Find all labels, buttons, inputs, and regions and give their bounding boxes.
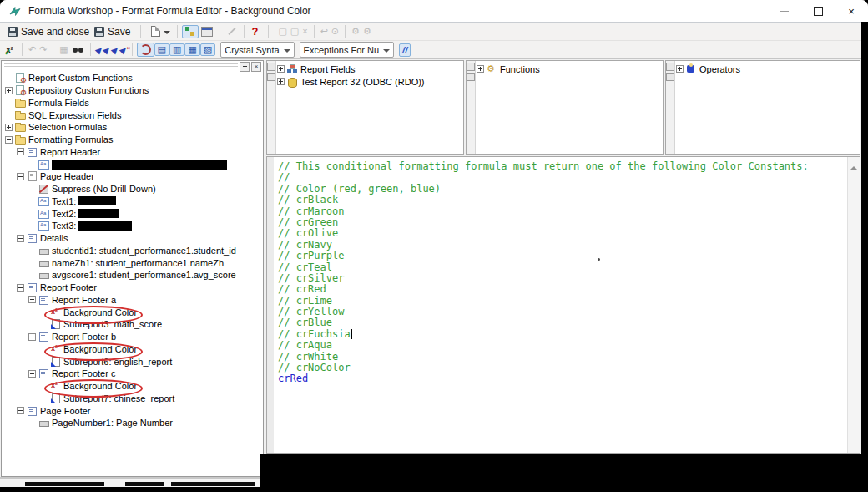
- dropdown-arrow-icon[interactable]: [164, 31, 170, 38]
- show-field-tree-button[interactable]: ▤: [154, 43, 169, 56]
- panel-splitter[interactable]: [267, 61, 276, 154]
- tree-item[interactable]: Background Color: [2, 306, 261, 318]
- panel-tree-item[interactable]: Report Fields: [277, 63, 462, 75]
- tree-item[interactable]: Formula Fields: [2, 97, 261, 109]
- tree-item[interactable]: Report Footer b: [2, 331, 261, 343]
- tree-item[interactable]: PageNumber1: Page Number: [2, 417, 261, 429]
- minus-expander-icon[interactable]: [28, 296, 36, 303]
- minus-expander-icon[interactable]: [17, 284, 24, 292]
- maximize-button[interactable]: [801, 0, 835, 22]
- exceptions-dropdown[interactable]: Exceptions For Nu: [300, 42, 394, 58]
- use-expert-button[interactable]: [225, 26, 240, 37]
- formula-text[interactable]: // This conditional formatting formula m…: [278, 160, 846, 453]
- plus-expander-icon[interactable]: [277, 65, 285, 73]
- find-button[interactable]: [70, 45, 86, 54]
- plus-expander-icon[interactable]: [5, 87, 13, 94]
- minimize-button[interactable]: [768, 0, 801, 22]
- help-button[interactable]: ?: [249, 24, 260, 38]
- tree-item[interactable]: Report Footer: [2, 282, 261, 294]
- tree-item[interactable]: Background Color: [2, 343, 261, 356]
- panel-grip[interactable]: [4, 63, 238, 68]
- tree-item[interactable]: Details: [2, 232, 261, 245]
- panel-tree-item[interactable]: Functions: [477, 63, 661, 75]
- delete-button: ×: [300, 27, 309, 36]
- expand-button[interactable]: [666, 73, 674, 81]
- expand-button[interactable]: [267, 73, 275, 81]
- redaction-bar: [78, 196, 116, 205]
- show-workshop-tree-button[interactable]: ▧: [200, 43, 215, 56]
- title-bar: Formula Workshop - Format Formula Editor…: [0, 0, 868, 23]
- tree-item[interactable]: Page Header: [2, 170, 261, 183]
- minus-expander-icon[interactable]: [17, 148, 24, 155]
- minus-expander-icon[interactable]: [5, 136, 13, 144]
- tree-item[interactable]: Report Custom Functions: [2, 72, 261, 84]
- tree-item[interactable]: Text2:: [2, 207, 261, 220]
- tree-item[interactable]: Background Color: [2, 380, 261, 393]
- expand-button: ⊙: [330, 27, 341, 36]
- formula-expert-button[interactable]: [199, 26, 215, 38]
- collapse-button[interactable]: [666, 63, 674, 71]
- tree-item[interactable]: studentid1: student_performance1.student…: [2, 245, 261, 257]
- tree-item[interactable]: Report Footer c: [2, 368, 261, 380]
- tree-item[interactable]: Subreport7: chinese_report: [2, 393, 261, 405]
- show-operator-tree-button[interactable]: ▦: [184, 43, 199, 56]
- plus-expander-icon[interactable]: [5, 124, 13, 131]
- comment-button[interactable]: //: [399, 43, 411, 57]
- toggle-sort-button[interactable]: [137, 43, 154, 57]
- tree-item[interactable]: SQL Expression Fields: [2, 109, 261, 121]
- minus-expander-icon[interactable]: [28, 333, 36, 341]
- tree-item-content: avgscore1: student_performance1.avg_scor…: [38, 270, 236, 280]
- plus-expander-icon[interactable]: [676, 65, 684, 73]
- tree-item[interactable]: nameZh1: student_performance1.nameZh: [2, 256, 261, 269]
- collapse-button[interactable]: [467, 63, 475, 71]
- tree-item[interactable]: Subreport6: english_report: [2, 355, 261, 368]
- tree-item[interactable]: Text1:: [2, 195, 261, 208]
- panel-splitter[interactable]: [467, 61, 476, 154]
- formula-icon: [50, 381, 61, 391]
- minus-expander-icon[interactable]: [28, 370, 36, 378]
- formula-editor[interactable]: // This conditional formatting formula m…: [266, 156, 860, 454]
- tree-item[interactable]: Selection Formulas: [2, 121, 261, 134]
- formula-icon: [50, 307, 61, 317]
- functions-panel: Functions: [466, 60, 664, 155]
- tree-item[interactable]: Formatting Formulas: [2, 134, 261, 146]
- check-syntax-button[interactable]: x²: [3, 44, 18, 55]
- tree-item[interactable]: [2, 158, 261, 170]
- scroll-up-arrow-icon[interactable]: [850, 163, 857, 170]
- panel-minimize-button[interactable]: [240, 62, 250, 72]
- tree-item[interactable]: Report Footer a: [2, 294, 261, 307]
- section-icon: [27, 282, 38, 292]
- tree-item[interactable]: Repository Custom Functions: [2, 84, 261, 97]
- toggle-field-trees-button[interactable]: [182, 25, 199, 38]
- minus-expander-icon[interactable]: [17, 407, 24, 414]
- panel-close-button[interactable]: ×: [251, 62, 261, 72]
- expand-button[interactable]: [467, 73, 475, 81]
- collapse-button[interactable]: [267, 63, 275, 71]
- editor-scrollbar[interactable]: [847, 157, 860, 453]
- minus-expander-icon[interactable]: [17, 173, 24, 180]
- tree-item[interactable]: Report Header: [2, 146, 261, 159]
- plus-expander-icon[interactable]: [277, 78, 285, 85]
- tree-item-label: Report Footer: [40, 282, 97, 292]
- tree-item[interactable]: avgscore1: student_performance1.avg_scor…: [2, 269, 261, 282]
- panel-splitter[interactable]: [666, 61, 675, 154]
- clear-sort-button[interactable]: ▶×: [118, 44, 129, 56]
- close-button[interactable]: ×: [835, 0, 868, 22]
- save-and-close-button[interactable]: Save and close: [5, 25, 92, 38]
- syntax-dropdown[interactable]: Crystal Synta: [220, 42, 294, 58]
- minus-expander-icon[interactable]: [17, 235, 24, 242]
- tree-item[interactable]: Suppress (No Drill-Down): [2, 183, 261, 195]
- text-icon: [38, 196, 49, 206]
- tree-item-label: Report Custom Functions: [28, 73, 133, 83]
- new-formula-button[interactable]: [149, 24, 173, 38]
- rename-button: ↩: [319, 27, 330, 36]
- tree-item[interactable]: Subreport3: math_score: [2, 318, 261, 331]
- text-icon: [38, 209, 49, 219]
- tree-item[interactable]: Page Footer: [2, 404, 261, 417]
- panel-tree-item[interactable]: Test Report 32 (ODBC (RDO)): [277, 75, 462, 88]
- show-function-tree-button[interactable]: ▥: [169, 43, 184, 56]
- tree-item[interactable]: Text3:: [2, 220, 261, 232]
- plus-expander-icon[interactable]: [477, 65, 484, 73]
- save-button[interactable]: Save: [92, 25, 133, 38]
- panel-tree-item[interactable]: Operators: [676, 63, 858, 75]
